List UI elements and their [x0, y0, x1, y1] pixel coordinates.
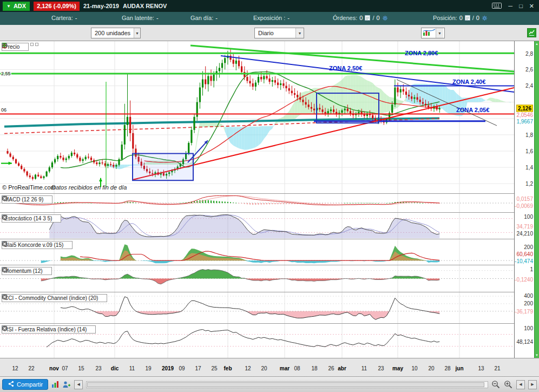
- stochastic-chart[interactable]: [0, 213, 514, 239]
- rsi-panel[interactable]: RSI - Fuerza Relativa (índice) (14): [0, 323, 514, 358]
- x-axis-tick: 22: [28, 365, 34, 371]
- import-arrow-button[interactable]: [30, 43, 34, 46]
- zoom-in-icon[interactable]: [504, 380, 513, 389]
- horizontal-scrollbar[interactable]: [86, 381, 488, 388]
- koncorde-panel[interactable]: Blai5 Koncorde v.09 (15): [0, 239, 514, 265]
- ordenes-value: 0: [359, 15, 363, 21]
- minimize-button[interactable]: ─: [508, 3, 512, 9]
- chevron-down-icon: ▼: [6, 4, 11, 9]
- stochastic-panel[interactable]: Estocástico (14 3 5): [0, 212, 514, 239]
- vertical-scrollbar[interactable]: ▲ ▼: [534, 41, 539, 358]
- chart-style-button[interactable]: ▼: [421, 28, 445, 38]
- panel-title: RSI - Fuerza Relativa (índice) (14): [4, 326, 87, 332]
- axis-label: 48,124: [516, 339, 533, 345]
- zoom-out-icon[interactable]: [491, 380, 501, 389]
- units-dropdown[interactable]: 200 unidades ▼: [91, 28, 141, 38]
- axis-label: 200: [524, 244, 533, 250]
- panel-header-konc: Blai5 Koncorde v.09 (15): [2, 241, 73, 249]
- pan-right-button[interactable]: ▶: [528, 380, 537, 389]
- x-axis-tick: 23: [95, 365, 101, 371]
- period-dropdown[interactable]: Diario ▼: [254, 28, 304, 38]
- chart-toolbar: 200 unidades ▼ Diario ▼ ▼: [0, 25, 539, 41]
- order-list-icon[interactable]: [365, 15, 370, 21]
- axis-label: 60,640: [516, 251, 533, 257]
- koncorde-chart[interactable]: [0, 239, 514, 265]
- zone-annotation[interactable]: ZONA 2,05€: [456, 107, 489, 113]
- keyboard-icon[interactable]: [492, 3, 502, 10]
- x-axis-tick: 11: [129, 365, 135, 371]
- panel-header-mom: Momentum (12): [2, 267, 52, 275]
- gan-latente-label: Gan latente:: [122, 15, 154, 21]
- export-arrow-button[interactable]: [35, 43, 38, 46]
- panel-header-macd: MACD (12 26 9): [2, 195, 52, 204]
- momentum-chart[interactable]: [0, 265, 514, 292]
- share-button[interactable]: Compartir: [2, 379, 48, 390]
- chart-stats-icon[interactable]: [51, 381, 59, 388]
- mini-chart-icon: [423, 28, 436, 38]
- chevron-down-icon: ▼: [436, 28, 443, 38]
- close-window-button[interactable]: ✕: [529, 3, 534, 9]
- units-dropdown-value: 200 unidades: [91, 30, 134, 36]
- axis-label: 400: [524, 293, 533, 299]
- zone-annotation[interactable]: ZONA 2,40€: [452, 79, 485, 85]
- pan-left-button[interactable]: ◀: [516, 380, 525, 389]
- title-bar: ▼ ADX 2,126 (-0,09%) 21-may-2019 AUDAX R…: [0, 0, 539, 12]
- cartera-value: -: [75, 15, 77, 21]
- macd-panel[interactable]: MACD (12 26 9): [0, 193, 514, 212]
- price-chart[interactable]: [0, 41, 514, 193]
- ordenes-separator: /: [372, 15, 374, 21]
- panel-header-stoch: Estocástico (14 3 5): [2, 214, 61, 223]
- axis-label: 2,6: [525, 67, 533, 73]
- axis-label: 2,4: [525, 83, 533, 89]
- scroll-left-button[interactable]: ◀: [74, 380, 83, 389]
- account-info-bar: Cartera:- Gan latente:- Gan día:- Exposi…: [0, 12, 539, 25]
- maximize-button[interactable]: □: [519, 3, 523, 9]
- x-axis-tick: 25: [211, 365, 217, 371]
- user-icon[interactable]: [62, 381, 71, 388]
- chart-region: © ProRealTime.com Datos recibidos en fin…: [0, 41, 514, 358]
- horizontal-scrollbar-thumb[interactable]: [87, 382, 484, 387]
- posicion-gear-icon[interactable]: [482, 15, 488, 21]
- panel-header-cci: CCI - Commodity Channel (índice) (20): [2, 294, 107, 302]
- x-axis-tick: 21: [494, 365, 500, 371]
- x-axis-tick: nov: [49, 365, 59, 371]
- gan-dia-value: -: [215, 15, 218, 21]
- position-list-icon[interactable]: [465, 15, 470, 21]
- x-axis-tick: 19: [145, 365, 151, 371]
- time-axis: 1222nov071523dic11192019091725feb1220mar…: [0, 358, 539, 376]
- x-axis-tick: 12: [245, 365, 251, 371]
- axis-label: 2,0546: [516, 112, 533, 118]
- symbol-dropdown[interactable]: ▼ ADX: [3, 2, 30, 11]
- zone-annotation[interactable]: ZONA 2,80€: [405, 50, 438, 56]
- green-grid-button[interactable]: [527, 28, 536, 37]
- right-arrow-icon: ▶: [531, 382, 534, 387]
- axis-label: 1,8: [525, 132, 533, 138]
- x-axis-tick: 28: [444, 365, 450, 371]
- posicion-separator: /: [472, 15, 474, 21]
- price-panel[interactable]: © ProRealTime.com Datos recibidos en fin…: [0, 41, 514, 193]
- axis-label: 2,8: [525, 51, 533, 57]
- axis-label: -36,179: [515, 309, 533, 315]
- prorealtime-window: ▼ ADX 2,126 (-0,09%) 21-may-2019 AUDAX R…: [0, 0, 539, 392]
- copyright-label: © ProRealTime.com: [2, 184, 56, 191]
- x-axis-tick: 15: [78, 365, 84, 371]
- gan-latente-value: -: [156, 15, 159, 21]
- ordenes-value2: 0: [376, 15, 379, 21]
- ordenes-gear-icon[interactable]: [382, 15, 388, 21]
- cartera-label: Cartera:: [51, 15, 73, 21]
- momentum-panel[interactable]: Momentum (12): [0, 265, 514, 292]
- x-axis-tick: 08: [294, 365, 300, 371]
- macd-chart[interactable]: [0, 194, 514, 212]
- scroll-up-icon[interactable]: ▲: [535, 42, 539, 46]
- x-axis-tick: 12: [12, 365, 18, 371]
- cci-panel[interactable]: CCI - Commodity Channel (índice) (20): [0, 292, 514, 323]
- axis-label: 100: [524, 214, 533, 220]
- x-axis-tick: may: [392, 365, 403, 371]
- scroll-down-icon[interactable]: ▼: [535, 353, 539, 357]
- zone-annotation[interactable]: ZONA 2,50€: [329, 65, 362, 71]
- x-axis-tick: 26: [328, 365, 334, 371]
- price-axis-column: 2,82,62,42,1262,05461,96671,81,61,41,20,…: [514, 41, 534, 358]
- x-axis-tick: 10: [411, 365, 417, 371]
- axis-label: 1,6: [525, 148, 533, 154]
- posicion-value2: 0: [476, 15, 479, 21]
